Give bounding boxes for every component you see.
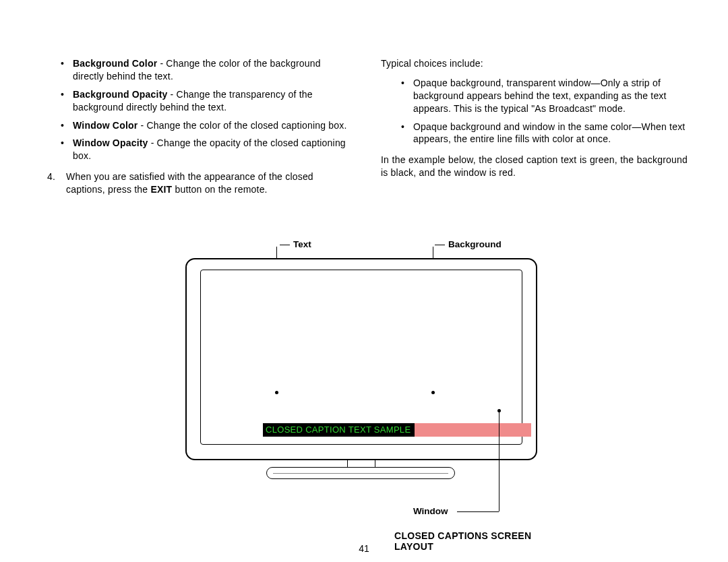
callout-label-window: Window [413, 506, 448, 516]
settings-bullets: Background Color - Change the color of t… [40, 57, 347, 162]
left-column: Background Color - Change the color of t… [40, 57, 347, 196]
typical-bullet-2: Opaque background and window in the same… [401, 121, 688, 146]
content-columns: Background Color - Change the color of t… [40, 57, 688, 196]
typical-bullets: Opaque background, transparent window—On… [381, 77, 688, 146]
leader-line [499, 410, 499, 511]
monitor-stand-edge [273, 473, 448, 474]
bullet-bold: Window Opacity [73, 137, 148, 148]
bullet-text: - Change the color of the closed caption… [138, 120, 346, 131]
leader-dot [431, 391, 435, 394]
bullet-bold: Background Opacity [73, 89, 168, 100]
bullet-bold: Window Color [73, 120, 138, 131]
leader-dot [497, 409, 501, 412]
step-4: 4. When you are satisfied with the appea… [40, 170, 347, 196]
example-paragraph: In the example below, the closed caption… [381, 154, 688, 179]
typical-intro: Typical choices include: [381, 57, 688, 70]
typical-bullet-1: Opaque background, transparent window—On… [401, 77, 688, 115]
right-column: Typical choices include: Opaque backgrou… [381, 57, 688, 196]
caption-text-sample: CLOSED CAPTION TEXT SAMPLE [266, 425, 411, 435]
bullet-bg-color: Background Color - Change the color of t… [61, 57, 347, 83]
bullet-bold: Background Color [73, 58, 157, 69]
step-text-b: button on the remote. [172, 184, 267, 195]
figure-title: CLOSED CAPTIONS SCREEN LAYOUT [394, 530, 563, 552]
step-number: 4. [47, 170, 59, 196]
bullet-window-opacity: Window Opacity - Change the opacity of t… [61, 137, 347, 162]
bullet-bg-opacity: Background Opacity - Change the transpar… [61, 88, 347, 114]
callout-label-background: Background [448, 239, 502, 249]
callout-label-text: Text [293, 239, 311, 249]
monitor-screen: CLOSED CAPTION TEXT SAMPLE [200, 270, 522, 445]
step-bold: EXIT [150, 184, 172, 195]
page-number: 41 [359, 543, 369, 554]
bullet-window-color: Window Color - Change the color of the c… [61, 119, 347, 132]
leader-dot [275, 391, 278, 394]
step-body: When you are satisfied with the appearan… [66, 170, 347, 196]
